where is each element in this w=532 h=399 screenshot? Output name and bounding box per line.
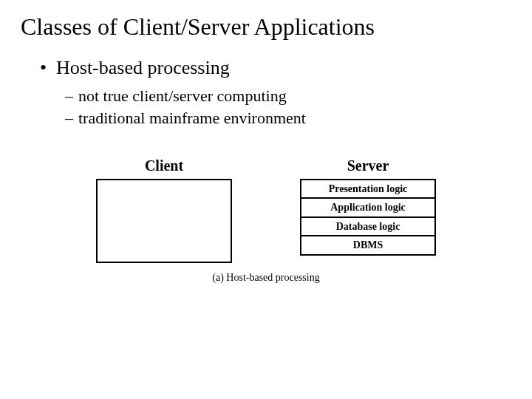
server-heading: Server [347, 157, 389, 174]
host-based-diagram: Client Server Presentation logic Applica… [96, 157, 436, 284]
bullet-level-2: –traditional mainframe environment [65, 109, 511, 128]
slide: Classes of Client/Server Applications •H… [0, 0, 532, 297]
dash-icon: – [65, 86, 78, 106]
client-heading: Client [145, 157, 183, 174]
bullet-level-2: –not true client/server computing [65, 86, 511, 106]
server-stack: Presentation logic Application logic Dat… [300, 179, 436, 256]
server-column: Server Presentation logic Application lo… [300, 157, 436, 263]
server-layer-application: Application logic [301, 199, 434, 217]
slide-title: Classes of Client/Server Applications [21, 13, 511, 41]
diagram-row: Client Server Presentation logic Applica… [96, 157, 436, 263]
bullet-dot-icon: • [40, 57, 56, 79]
client-column: Client [96, 157, 232, 263]
bullet-1-text: Host-based processing [56, 57, 230, 78]
bullet-level-1: •Host-based processing [40, 57, 511, 79]
server-layer-dbms: DBMS [301, 236, 434, 253]
diagram-caption: (a) Host-based processing [96, 272, 436, 284]
dash-icon: – [65, 109, 78, 128]
sub-bullet-b: traditional mainframe environment [78, 109, 306, 127]
server-layer-presentation: Presentation logic [301, 180, 434, 199]
server-layer-database: Database logic [301, 218, 434, 236]
client-box [96, 179, 232, 263]
sub-bullet-a: not true client/server computing [78, 86, 287, 105]
